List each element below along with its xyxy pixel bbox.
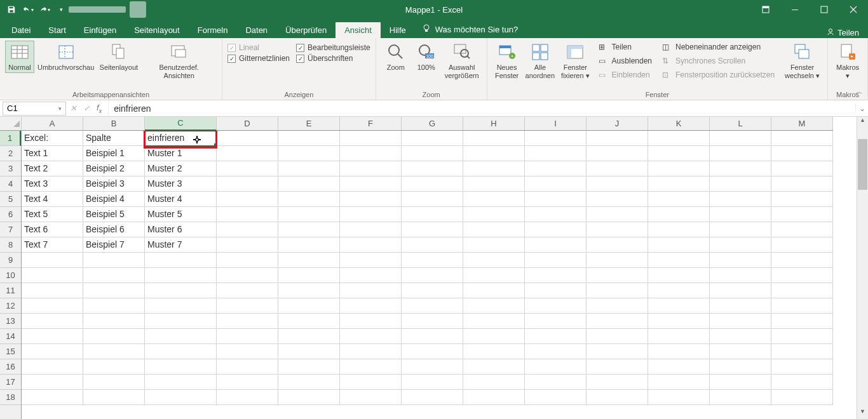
share-button[interactable]: Teilen <box>817 27 868 38</box>
tab-formeln[interactable]: Formeln <box>189 22 237 38</box>
cell-H18[interactable] <box>463 390 525 405</box>
cell-E10[interactable] <box>278 268 340 283</box>
cell-D16[interactable] <box>217 359 278 375</box>
cell-B17[interactable] <box>83 375 145 390</box>
cell-B15[interactable] <box>83 344 145 359</box>
cell-E2[interactable] <box>278 146 340 161</box>
cell-H1[interactable] <box>463 131 525 146</box>
pagebreak-preview-button[interactable]: Umbruchvorschau <box>36 41 96 73</box>
cell-C12[interactable] <box>145 298 217 314</box>
cell-C3[interactable]: Muster 2 <box>145 161 217 176</box>
cell-L2[interactable] <box>710 146 771 161</box>
col-header-L[interactable]: L <box>710 117 771 130</box>
cell-M1[interactable] <box>771 131 833 146</box>
cell-M3[interactable] <box>771 161 833 176</box>
minimize-button[interactable] <box>780 0 810 19</box>
cell-A4[interactable]: Text 3 <box>22 176 83 192</box>
cell-A14[interactable] <box>22 329 83 344</box>
cell-K16[interactable] <box>648 359 710 375</box>
cell-F16[interactable] <box>340 359 402 375</box>
row-header-17[interactable]: 17 <box>0 375 21 390</box>
scroll-down-button[interactable]: ▼ <box>857 408 868 419</box>
cell-G15[interactable] <box>402 344 463 359</box>
row-header-2[interactable]: 2 <box>0 146 21 161</box>
expand-formula-bar-button[interactable]: ⌄ <box>855 104 868 113</box>
cell-H17[interactable] <box>463 375 525 390</box>
maximize-button[interactable] <box>810 0 839 19</box>
col-header-D[interactable]: D <box>217 117 278 130</box>
cell-G9[interactable] <box>402 253 463 268</box>
cell-D15[interactable] <box>217 344 278 359</box>
cell-I1[interactable] <box>525 131 587 146</box>
cell-C5[interactable]: Muster 4 <box>145 192 217 207</box>
cell-F14[interactable] <box>340 329 402 344</box>
tab-datei[interactable]: Datei <box>3 22 39 38</box>
cell-C11[interactable] <box>145 283 217 298</box>
cell-I16[interactable] <box>525 359 587 375</box>
cell-I13[interactable] <box>525 314 587 329</box>
cell-A7[interactable]: Text 6 <box>22 222 83 237</box>
redo-button[interactable]: ▾ <box>37 2 52 17</box>
cell-G12[interactable] <box>402 298 463 314</box>
cell-L14[interactable] <box>710 329 771 344</box>
cell-D10[interactable] <box>217 268 278 283</box>
cell-C7[interactable]: Muster 6 <box>145 222 217 237</box>
switch-windows-button[interactable]: Fensterwechseln ▾ <box>782 41 822 81</box>
cell-B5[interactable]: Beispiel 4 <box>83 192 145 207</box>
cell-C16[interactable] <box>145 359 217 375</box>
cell-F15[interactable] <box>340 344 402 359</box>
row-header-6[interactable]: 6 <box>0 207 21 222</box>
cell-E12[interactable] <box>278 298 340 314</box>
cell-C6[interactable]: Muster 5 <box>145 207 217 222</box>
cell-J1[interactable] <box>587 131 648 146</box>
cell-I12[interactable] <box>525 298 587 314</box>
gridlines-checkbox[interactable]: ✓Gitternetzlinien <box>227 54 290 63</box>
cell-L16[interactable] <box>710 359 771 375</box>
row-header-12[interactable]: 12 <box>0 298 21 314</box>
cell-E7[interactable] <box>278 222 340 237</box>
zoom-selection-button[interactable]: Auswahlvergrößern <box>442 41 482 81</box>
cell-G1[interactable] <box>402 131 463 146</box>
qat-customize[interactable]: ▾ <box>53 2 69 17</box>
cell-B10[interactable] <box>83 268 145 283</box>
cell-L4[interactable] <box>710 176 771 192</box>
page-layout-button[interactable]: Seitenlayout <box>97 41 140 73</box>
fill-handle[interactable] <box>214 143 217 146</box>
cell-E4[interactable] <box>278 176 340 192</box>
cell-G7[interactable] <box>402 222 463 237</box>
cell-A10[interactable] <box>22 268 83 283</box>
cell-E8[interactable] <box>278 237 340 253</box>
cell-D4[interactable] <box>217 176 278 192</box>
col-header-E[interactable]: E <box>278 117 340 130</box>
cell-J18[interactable] <box>587 390 648 405</box>
cell-A13[interactable] <box>22 314 83 329</box>
row-header-7[interactable]: 7 <box>0 222 21 237</box>
cell-K2[interactable] <box>648 146 710 161</box>
view-side-by-side-button[interactable]: ◫Nebeneinander anzeigen <box>660 42 777 52</box>
name-box[interactable]: C1 ▾ <box>3 102 66 116</box>
cell-M4[interactable] <box>771 176 833 192</box>
tab-einfügen[interactable]: Einfügen <box>75 22 125 38</box>
cell-M2[interactable] <box>771 146 833 161</box>
cell-B11[interactable] <box>83 283 145 298</box>
cell-L9[interactable] <box>710 253 771 268</box>
cell-J15[interactable] <box>587 344 648 359</box>
cell-E15[interactable] <box>278 344 340 359</box>
cell-A3[interactable]: Text 2 <box>22 161 83 176</box>
cell-D14[interactable] <box>217 329 278 344</box>
cell-I4[interactable] <box>525 176 587 192</box>
cell-J5[interactable] <box>587 192 648 207</box>
cell-C2[interactable]: Muster 1 <box>145 146 217 161</box>
cell-F2[interactable] <box>340 146 402 161</box>
cancel-formula-button[interactable]: ✕ <box>70 103 77 113</box>
cell-H3[interactable] <box>463 161 525 176</box>
row-header-11[interactable]: 11 <box>0 283 21 298</box>
cell-A5[interactable]: Text 4 <box>22 192 83 207</box>
cell-F11[interactable] <box>340 283 402 298</box>
cell-G16[interactable] <box>402 359 463 375</box>
cell-I14[interactable] <box>525 329 587 344</box>
cell-B4[interactable]: Beispiel 3 <box>83 176 145 192</box>
cell-L3[interactable] <box>710 161 771 176</box>
cell-E11[interactable] <box>278 283 340 298</box>
cell-K12[interactable] <box>648 298 710 314</box>
